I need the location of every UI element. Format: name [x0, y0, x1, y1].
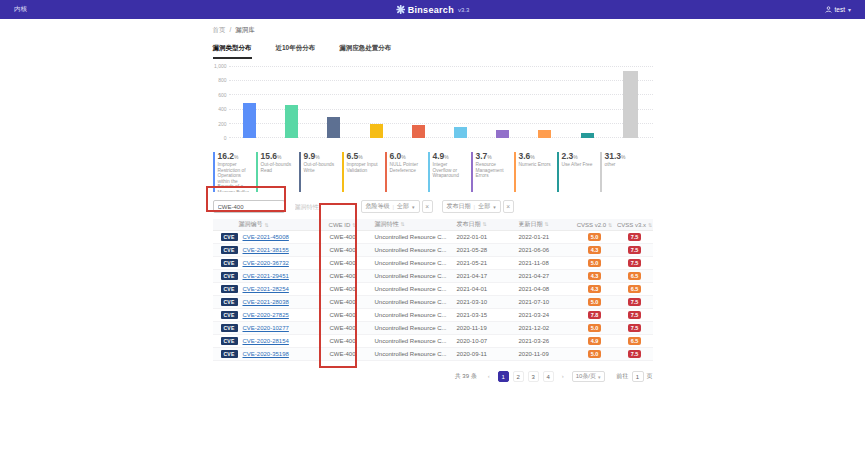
cvss-v2-cell: 4.3 [573, 246, 617, 254]
percent-sign: % [358, 154, 362, 160]
breadcrumb-home[interactable]: 首页 [213, 26, 226, 35]
update-date-cell: 2020-11-09 [511, 351, 573, 357]
weakness-cell: Uncontrolled Resource C... [363, 299, 449, 305]
cvss-v3-cell: 7.5 [617, 298, 653, 306]
weakness-search-input[interactable] [294, 200, 352, 213]
percent-sign: % [401, 154, 405, 160]
cvss-v2-badge: 7.8 [588, 311, 601, 319]
update-date-cell: 2021-03-24 [511, 312, 573, 318]
cve-link[interactable]: CVE-2020-35198 [243, 351, 289, 357]
column-header-weakness[interactable]: 漏洞特性⇅ [363, 220, 449, 229]
page-button[interactable]: 2 [513, 371, 524, 382]
cve-badge: CVE [221, 246, 238, 254]
percent-sign: % [444, 154, 448, 160]
y-axis-tick: 800 [213, 77, 229, 83]
cve-badge: CVE [221, 285, 238, 293]
brand-version: v3.3 [458, 7, 469, 13]
cve-table: 漏洞编号⇅ CWE ID⇅ 漏洞特性⇅ 发布日期⇅ 更新日期⇅ CVSS v2.… [213, 219, 653, 361]
cve-link[interactable]: CVE-2021-29451 [243, 273, 289, 279]
breadcrumb: 首页 / 漏洞库 [213, 26, 653, 35]
sort-icon[interactable]: ⇅ [483, 221, 487, 227]
column-header-cvss-v3[interactable]: CVSS v3.x⇅ [617, 222, 653, 228]
column-header-publish-date[interactable]: 发布日期⇅ [449, 220, 511, 229]
cve-link[interactable]: CVE-2020-28154 [243, 338, 289, 344]
column-header-cwe[interactable]: CWE ID⇅ [323, 222, 363, 228]
sort-icon[interactable]: ⇅ [648, 222, 652, 228]
logo-asterisk-icon [396, 5, 405, 14]
publish-date-cell: 2020-10-07 [449, 338, 511, 344]
cve-link[interactable]: CVE-2020-27825 [243, 312, 289, 318]
table-row: CVE CVE-2021-28254 CWE-400 Uncontrolled … [213, 283, 653, 296]
page-button[interactable]: 4 [543, 371, 554, 382]
column-header-cvss-v2[interactable]: CVSS v2.0⇅ [573, 222, 617, 228]
stat-label: Use After Free [562, 162, 597, 168]
cwe-distribution-chart: 1,000 800 600 400 [213, 64, 653, 148]
clear-filter-button[interactable]: × [503, 200, 514, 213]
cve-cell: CVE CVE-2021-29451 [213, 272, 323, 280]
sort-icon[interactable]: ⇅ [608, 222, 612, 228]
cvss-v2-badge: 5.0 [588, 298, 601, 306]
cve-link[interactable]: CVE-2020-10277 [243, 325, 289, 331]
cwe-id-cell: CWE-400 [323, 273, 363, 279]
stat-percentage: 2.3% [562, 152, 597, 161]
cwe-id-cell: CWE-400 [323, 312, 363, 318]
update-date-cell: 2021-03-26 [511, 338, 573, 344]
page-size-select[interactable]: 10条/页 ▾ [572, 371, 605, 382]
percent-sign: % [234, 154, 238, 160]
prev-page-button[interactable]: ‹ [484, 371, 494, 382]
chevron-down-icon: ▾ [598, 374, 601, 380]
weakness-cell: Uncontrolled Resource C... [363, 247, 449, 253]
next-page-button[interactable]: › [558, 371, 568, 382]
table-row: CVE CVE-2021-45008 CWE-400 Uncontrolled … [213, 231, 653, 244]
risk-level-dropdown[interactable]: 危险等级 | 全部 ▾ [361, 200, 420, 213]
cve-badge: CVE [221, 350, 238, 358]
header-left-nav[interactable]: 内核 [14, 5, 27, 14]
y-axis-tick: 200 [213, 121, 229, 127]
cve-badge: CVE [221, 311, 238, 319]
cve-cell: CVE CVE-2021-45008 [213, 233, 323, 241]
stat-label: Improper Input Validation [347, 162, 382, 173]
publish-date-dropdown[interactable]: 发布日期 | 全部 ▾ [442, 200, 501, 213]
stat-label: Resource Management Errors [476, 162, 511, 179]
stat-item: 3.6% Numeric Errors [514, 152, 554, 192]
cve-badge: CVE [221, 337, 238, 345]
sort-icon[interactable]: ⇅ [265, 222, 269, 228]
user-menu[interactable]: test ▾ [825, 6, 852, 13]
sort-icon[interactable]: ⇅ [545, 221, 549, 227]
stat-label: other [605, 162, 646, 168]
tab-item[interactable]: 近10年份分布 [276, 44, 316, 59]
table-row: CVE CVE-2020-28154 CWE-400 Uncontrolled … [213, 335, 653, 348]
cve-link[interactable]: CVE-2021-28038 [243, 299, 289, 305]
tab-item[interactable]: 漏洞类型分布 [213, 44, 252, 59]
stat-percentage: 3.6% [519, 152, 554, 161]
sort-icon[interactable]: ⇅ [401, 221, 405, 227]
cve-link[interactable]: CVE-2021-38155 [243, 247, 289, 253]
page-button[interactable]: 1 [498, 371, 509, 382]
publish-date-cell: 2022-01-01 [449, 234, 511, 240]
clear-filter-button[interactable]: × [422, 200, 433, 213]
cvss-v2-cell: 5.0 [573, 298, 617, 306]
stat-percentage: 6.0% [390, 152, 425, 161]
chevron-down-icon: ▾ [412, 204, 415, 210]
bar [243, 103, 256, 138]
cwe-id-cell: CWE-400 [323, 286, 363, 292]
user-name: test [835, 6, 845, 13]
cve-link[interactable]: CVE-2021-45008 [243, 234, 289, 240]
stat-label: Improper Restriction of Operations withi… [218, 162, 253, 192]
page-buttons: 1 2 3 4 [498, 371, 554, 382]
publish-date-cell: 2021-03-10 [449, 299, 511, 305]
table-body: CVE CVE-2021-45008 CWE-400 Uncontrolled … [213, 231, 653, 361]
filter-bar: 危险等级 | 全部 ▾ × 发布日期 | 全部 ▾ × [213, 200, 653, 213]
update-date-cell: 2021-11-08 [511, 260, 573, 266]
page-button[interactable]: 3 [528, 371, 539, 382]
cve-link[interactable]: CVE-2021-28254 [243, 286, 289, 292]
jump-page-input[interactable] [632, 371, 644, 382]
cwe-search-input[interactable] [213, 200, 285, 213]
cve-link[interactable]: CVE-2020-36732 [243, 260, 289, 266]
pagination: 共 39 条 ‹ 1 2 3 4 › 10条/页 ▾ 前往 页 [213, 371, 653, 382]
tab-item[interactable]: 漏洞应急处置分布 [339, 44, 391, 59]
column-header-update-date[interactable]: 更新日期⇅ [511, 220, 573, 229]
cve-cell: CVE CVE-2020-27825 [213, 311, 323, 319]
column-header-cve[interactable]: 漏洞编号⇅ [213, 220, 323, 229]
sort-icon[interactable]: ⇅ [352, 222, 356, 228]
